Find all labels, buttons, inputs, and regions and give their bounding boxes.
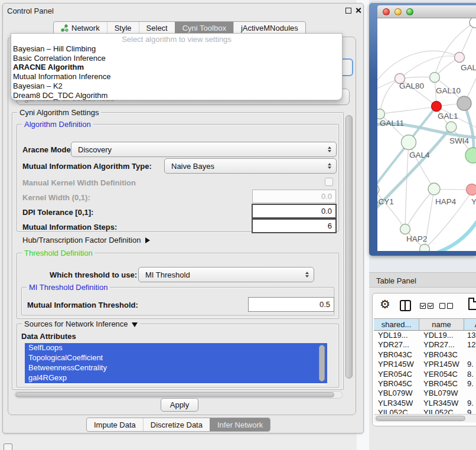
- collapse-arrow-icon[interactable]: [132, 322, 138, 327]
- tab-cyni-toolbox-label: Cyni Toolbox: [182, 24, 226, 32]
- tab-infer-network[interactable]: Infer Network: [210, 418, 270, 431]
- mac-minimize-button[interactable]: [395, 8, 402, 15]
- algorithm-definition-title: Algorithm Definition: [22, 120, 93, 129]
- vscroll-thumb[interactable]: [345, 115, 353, 379]
- file-icon[interactable]: [468, 298, 476, 310]
- screen: Table Panel Control Panel Network Style …: [0, 0, 476, 450]
- column-header-partial[interactable]: A: [464, 319, 476, 331]
- attribute-item-selected[interactable]: BetweennessCentrality: [25, 363, 327, 373]
- which-threshold-label: Which threshold to use:: [50, 270, 137, 279]
- mi-type-combobox[interactable]: Naive Bayes: [164, 158, 337, 174]
- select-all-checkboxes-icon[interactable]: [420, 303, 433, 309]
- data-attributes-label: Data Attributes: [21, 332, 76, 341]
- table-hscroll-thumb[interactable]: [376, 416, 465, 421]
- network-node-label: GAL10: [436, 86, 461, 95]
- table-body[interactable]: YDL19...YDL19...13 YDR27...YDR27...12 YB…: [374, 331, 476, 416]
- hidden-panel-icon[interactable]: [4, 444, 12, 450]
- close-panel-icon[interactable]: [355, 7, 361, 14]
- mi-type-label: Mutual Information Algorithm Type:: [22, 162, 152, 171]
- gear-icon[interactable]: ⚙: [380, 297, 390, 311]
- split-view-icon[interactable]: [400, 300, 411, 311]
- settings-vertical-scrollbar[interactable]: [345, 113, 354, 389]
- table-row[interactable]: YLR345WYLR345W9.: [374, 399, 476, 408]
- table-row[interactable]: YPR145WYPR145W9.: [374, 360, 476, 369]
- tab-discretize-data[interactable]: Discretize Data: [143, 418, 210, 431]
- dropdown-item[interactable]: Dream8 DC_TDC Algorithm: [11, 91, 342, 100]
- dropdown-item[interactable]: Bayesian – K2: [11, 81, 342, 91]
- tab-infer-network-label: Infer Network: [217, 420, 263, 429]
- stepper-arrows-icon: [328, 163, 331, 169]
- table-horizontal-scrollbar[interactable]: [374, 414, 476, 422]
- table-row[interactable]: YBR045CYBR045C9.: [374, 379, 476, 389]
- aracne-mode-combobox[interactable]: Discovery: [71, 142, 337, 157]
- column-header-name[interactable]: name: [419, 319, 464, 331]
- attribute-list-scrollbar[interactable]: [319, 345, 325, 381]
- dropdown-item[interactable]: Bayesian – Hill Climbing: [11, 44, 342, 54]
- which-threshold-combobox[interactable]: MI Threshold: [138, 267, 314, 282]
- network-canvas[interactable]: GALGAL80GAL10GAL1GAL11SWI4GAL4GCY1HAP4YH…: [377, 18, 476, 251]
- mi-steps-label: Mutual Information Steps:: [22, 223, 117, 231]
- table-row[interactable]: YDL19...YDL19...13: [374, 331, 476, 340]
- network-node[interactable]: [428, 183, 440, 195]
- table-row[interactable]: YER054CYER054C8.: [374, 370, 476, 379]
- table-row[interactable]: YBR043CYBR043C: [374, 350, 476, 360]
- network-node[interactable]: [467, 184, 476, 195]
- kernel-width-field[interactable]: [252, 190, 336, 203]
- hub-definition-section[interactable]: Hub/Transcription Factor Definition: [22, 236, 150, 244]
- network-window-titlebar[interactable]: [377, 5, 476, 18]
- mi-steps-field[interactable]: [252, 219, 337, 233]
- tab-cyni-toolbox[interactable]: Cyni Toolbox: [175, 22, 233, 34]
- stepper-arrows-icon: [328, 146, 331, 152]
- network-node[interactable]: [400, 224, 410, 234]
- network-node[interactable]: [420, 244, 430, 252]
- dropdown-prompt: Select algorithm to view settings: [11, 34, 342, 44]
- tab-network[interactable]: Network: [54, 22, 107, 34]
- mac-zoom-button[interactable]: [406, 8, 413, 15]
- sources-title-text: Sources for Network Inference: [24, 319, 128, 328]
- network-node[interactable]: [377, 109, 385, 119]
- kernel-width-label: Kernel Width (0,1):: [22, 193, 90, 202]
- network-node-label: GCY1: [377, 197, 394, 206]
- table-row[interactable]: YBL079WYBL079W: [374, 389, 476, 398]
- network-node-label: SWI4: [449, 136, 469, 145]
- hscroll-thumb[interactable]: [15, 392, 334, 397]
- attribute-item-selected[interactable]: SelfLoops: [25, 343, 327, 353]
- network-node[interactable]: [377, 184, 379, 195]
- network-node[interactable]: [457, 96, 471, 110]
- attribute-item-selected[interactable]: gal4RGexp: [25, 373, 327, 383]
- apply-button[interactable]: Apply: [161, 398, 198, 412]
- network-node[interactable]: [465, 148, 476, 163]
- network-node[interactable]: [430, 73, 440, 83]
- dpi-tolerance-field[interactable]: [252, 204, 337, 219]
- float-window-icon[interactable]: [345, 8, 351, 14]
- table-row[interactable]: YDR27...YDR27...12: [374, 340, 476, 350]
- manual-kernel-checkbox[interactable]: [325, 178, 333, 186]
- network-node[interactable]: [432, 102, 442, 112]
- network-node-label: GAL80: [399, 81, 424, 90]
- deselect-all-checkboxes-icon[interactable]: [439, 303, 453, 309]
- network-node[interactable]: [446, 122, 457, 132]
- aracne-mode-label: Aracne Mode:: [22, 145, 73, 154]
- table-panel-title: Table Panel: [376, 276, 416, 285]
- sources-group-title[interactable]: Sources for Network Inference: [22, 319, 140, 328]
- data-attributes-list[interactable]: SelfLoops TopologicalCoefficient Between…: [25, 343, 327, 384]
- tab-jactivemnodules-label: jActiveMNodules: [241, 24, 298, 32]
- dropdown-item[interactable]: Mutual Information Inference: [11, 72, 342, 81]
- network-node[interactable]: [402, 135, 416, 150]
- tab-jactivemnodules[interactable]: jActiveMNodules: [233, 22, 305, 34]
- network-window-inner: GALGAL80GAL10GAL1GAL11SWI4GAL4GCY1HAP4YH…: [377, 5, 476, 251]
- expand-arrow-icon[interactable]: [145, 237, 150, 243]
- tab-select[interactable]: Select: [139, 22, 175, 34]
- dropdown-item-selected[interactable]: ARACNE Algorithm: [11, 63, 342, 72]
- unchecked-checkbox-icon: [447, 303, 453, 309]
- attribute-item-selected[interactable]: TopologicalCoefficient: [25, 353, 327, 363]
- column-header-shared-name[interactable]: shared...: [374, 319, 419, 331]
- network-node[interactable]: [455, 53, 465, 63]
- tab-style[interactable]: Style: [107, 22, 139, 34]
- mac-close-button[interactable]: [383, 8, 390, 15]
- tab-impute-data[interactable]: Impute Data: [87, 418, 143, 431]
- dropdown-item[interactable]: Basic Correlation Inference: [11, 54, 342, 63]
- checked-checkbox-icon: [428, 303, 433, 309]
- network-node[interactable]: [470, 18, 476, 28]
- mi-threshold-field[interactable]: [248, 297, 334, 312]
